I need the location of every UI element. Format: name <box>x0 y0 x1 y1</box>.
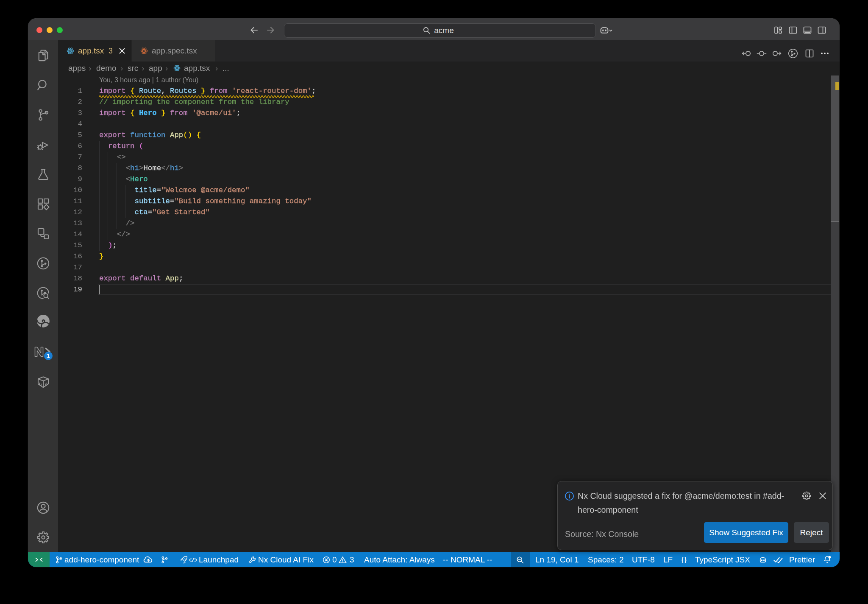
svg-text:1: 1 <box>47 352 50 359</box>
